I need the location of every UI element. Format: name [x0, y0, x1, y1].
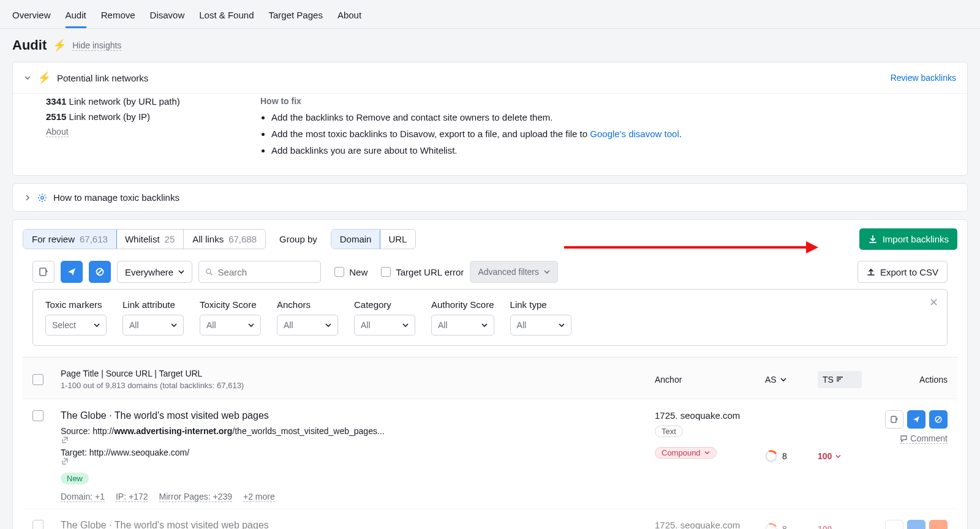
row-whitelist-button[interactable] [885, 520, 903, 529]
toolbar-card: For review67,613 Whitelist25 All links67… [12, 219, 968, 529]
filter-label: Anchors [277, 299, 338, 310]
tab-lost-found[interactable]: Lost & Found [199, 6, 254, 28]
as-cell: 8 [765, 410, 818, 502]
fix-step: Add the backlinks to Remove and contact … [271, 112, 682, 122]
category-select[interactable]: All [354, 315, 415, 336]
tab-target-pages[interactable]: Target Pages [269, 6, 323, 28]
howto-title: How to manage toxic backlinks [53, 192, 179, 203]
upload-icon [867, 268, 875, 276]
row-block-button[interactable] [929, 410, 948, 429]
chip-more[interactable]: +2 more [243, 492, 275, 502]
row-send-button[interactable] [907, 410, 925, 429]
chevron-down-icon [544, 269, 550, 275]
link-type-select[interactable]: All [510, 315, 571, 336]
scope-dropdown[interactable]: Everywhere [117, 261, 192, 283]
row-send-button[interactable] [907, 520, 925, 529]
metric-ip: 2515 Link network (by IP) [46, 111, 242, 122]
col-anchor[interactable]: Anchor [655, 375, 765, 385]
external-link-icon[interactable] [61, 457, 655, 465]
tab-overview[interactable]: Overview [12, 6, 51, 28]
howto-header[interactable]: How to manage toxic backlinks [13, 184, 967, 211]
donut-icon [763, 521, 779, 529]
filter-label: Link type [510, 299, 571, 310]
toxic-markers-select[interactable]: Select [45, 315, 107, 336]
page-title: Audit [12, 37, 47, 53]
tab-remove[interactable]: Remove [101, 6, 135, 28]
how-to-fix-title: How to fix [260, 96, 682, 106]
arrow-annotation [564, 238, 821, 257]
bolt-icon: ⚡ [53, 39, 66, 52]
advanced-filters-button[interactable]: Advanced filters [470, 261, 558, 283]
col-as[interactable]: AS [765, 375, 818, 385]
seg-all-links[interactable]: All links67,688 [184, 230, 265, 249]
svg-rect-8 [891, 416, 896, 422]
seg-for-review[interactable]: For review67,613 [23, 229, 117, 249]
block-action-button[interactable] [89, 261, 111, 283]
anchors-select[interactable]: All [277, 315, 338, 336]
new-badge: New [61, 473, 89, 484]
seg-whitelist[interactable]: Whitelist25 [116, 230, 184, 249]
toxicity-score-select[interactable]: All [200, 315, 261, 336]
link-attribute-select[interactable]: All [123, 315, 184, 336]
donut-icon [763, 448, 779, 464]
tag-text: Text [655, 426, 683, 437]
filter-label: Toxic markers [45, 299, 107, 310]
authority-score-select[interactable]: All [431, 315, 494, 336]
col-main-title: Page Title | Source URL | Target URL [61, 369, 655, 378]
seg-domain[interactable]: Domain [331, 229, 381, 249]
table-row: The Globe · The world's most visited web… [23, 508, 957, 529]
row-target: Target: http://www.seoquake.com/ [61, 448, 655, 465]
new-checkbox[interactable]: New [334, 267, 368, 277]
anchor-text: 1725. seoquake.com [655, 520, 765, 529]
fix-step: Add backlinks you are sure about to Whit… [271, 145, 682, 156]
sort-desc-icon [836, 377, 843, 383]
row-checkbox[interactable] [32, 520, 43, 529]
col-ts[interactable]: TS [818, 371, 862, 388]
send-action-button[interactable] [61, 261, 83, 283]
ts-cell[interactable]: 100 [818, 410, 862, 502]
bolt-icon: ⚡ [37, 71, 51, 84]
search-input[interactable] [218, 267, 315, 277]
svg-line-5 [98, 270, 102, 274]
download-icon [868, 234, 878, 244]
insight-header[interactable]: ⚡ Potential link networks Review backlin… [13, 62, 967, 93]
gear-icon [37, 193, 47, 203]
comment-link[interactable]: Comment [900, 433, 948, 444]
comment-icon [900, 435, 908, 443]
review-backlinks-link[interactable]: Review backlinks [891, 73, 956, 83]
row-title[interactable]: The Globe · The world's most visited web… [61, 520, 655, 529]
seg-url[interactable]: URL [380, 230, 415, 249]
row-checkbox[interactable] [32, 410, 43, 421]
search-icon [205, 268, 213, 276]
list-segments: For review67,613 Whitelist25 All links67… [23, 229, 266, 249]
insight-card: ⚡ Potential link networks Review backlin… [12, 62, 968, 176]
svg-point-6 [206, 269, 211, 273]
chip-ip[interactable]: IP: +172 [116, 492, 148, 502]
tag-compound[interactable]: Compound [655, 447, 717, 459]
fix-step: Add the most toxic backlinks to Disavow,… [271, 129, 682, 139]
whitelist-action-button[interactable] [32, 261, 55, 283]
tab-audit[interactable]: Audit [66, 6, 86, 28]
tab-about[interactable]: About [337, 6, 361, 28]
chevron-down-icon [704, 450, 710, 456]
import-backlinks-button[interactable]: Import backlinks [859, 228, 957, 250]
tab-disavow[interactable]: Disavow [150, 6, 185, 28]
chip-domain[interactable]: Domain: +1 [61, 492, 105, 502]
target-url-error-checkbox[interactable]: Target URL error [381, 267, 464, 277]
row-block-button[interactable] [929, 520, 948, 529]
close-icon[interactable]: ✕ [929, 296, 938, 309]
select-all-checkbox[interactable] [32, 374, 43, 385]
chip-mirror[interactable]: Mirror Pages: +239 [159, 492, 232, 502]
about-link[interactable]: About [46, 127, 69, 137]
chevron-down-icon [835, 454, 841, 459]
export-csv-button[interactable]: Export to CSV [858, 261, 948, 283]
disavow-tool-link[interactable]: Google's disavow tool [590, 129, 679, 139]
svg-point-0 [41, 196, 43, 198]
external-link-icon[interactable] [61, 436, 655, 444]
filter-label: Toxicity Score [200, 299, 261, 310]
hide-insights-link[interactable]: Hide insights [72, 40, 121, 51]
top-nav: Overview Audit Remove Disavow Lost & Fou… [0, 0, 980, 29]
row-whitelist-button[interactable] [885, 410, 903, 429]
row-title[interactable]: The Globe · The world's most visited web… [61, 410, 655, 421]
chevron-right-icon [24, 194, 31, 201]
